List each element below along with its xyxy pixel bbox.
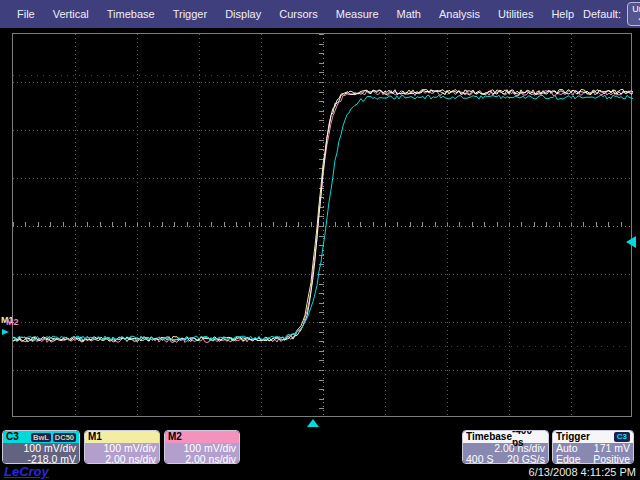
oscilloscope-screen: FileVerticalTimebaseTriggerDisplayCursor…	[0, 0, 640, 480]
bandwidth-limit-badge: BwL	[31, 433, 51, 442]
timebase-body: 2.00 ns/div 400 S 20 GS/s	[463, 443, 548, 464]
channel-M2-descriptor[interactable]: M2 100 mV/div 2.00 ns/div	[164, 430, 240, 464]
trigger-body: Auto 171 mV Edge Positive	[553, 443, 633, 464]
timebase-rate: 20 GS/s	[507, 454, 545, 464]
trigger-level-marker-icon[interactable]	[626, 236, 636, 248]
menu-item-file[interactable]: File	[8, 8, 44, 20]
menu-item-trigger[interactable]: Trigger	[164, 8, 216, 20]
channel-M2-timebase: 2.00 ns/div	[168, 454, 236, 464]
trigger-slope: Positive	[593, 454, 630, 464]
menubar-right: Default: Undo ↶	[583, 2, 640, 26]
trigger-descriptor[interactable]: Trigger C3 Auto 171 mV Edge Positive	[552, 430, 634, 464]
channel-M1-body: 100 mV/div 2.00 ns/div	[85, 443, 159, 464]
m2-level-label: M2	[6, 317, 19, 327]
coupling-badge: DC50	[53, 433, 76, 442]
trigger-type: Edge	[556, 454, 581, 464]
channel-M2-label: M2	[168, 431, 182, 443]
datetime-display: 6/13/2008 4:11:25 PM	[529, 466, 636, 478]
menu-item-analysis[interactable]: Analysis	[430, 8, 489, 20]
timebase-samples: 400 S	[466, 454, 493, 464]
graticule	[12, 33, 632, 417]
menu-item-display[interactable]: Display	[216, 8, 270, 20]
M2-trace	[13, 90, 633, 342]
channel-M1-timebase: 2.00 ns/div	[88, 454, 156, 464]
trigger-time-marker-icon[interactable]	[307, 419, 319, 427]
menu-item-help[interactable]: Help	[542, 8, 583, 20]
channel-M2-body: 100 mV/div 2.00 ns/div	[165, 443, 239, 464]
channel-C3-offset: -218.0 mV	[6, 454, 76, 464]
menu-item-math[interactable]: Math	[388, 8, 430, 20]
channel-C3-body: 100 mV/div -218.0 mV	[3, 443, 79, 464]
channel-C3-descriptor[interactable]: C3 BwL DC50 100 mV/div -218.0 mV	[2, 430, 80, 464]
channel-M1-label: M1	[88, 431, 102, 443]
menu-item-timebase[interactable]: Timebase	[98, 8, 164, 20]
c3-level-arrow-icon[interactable]	[2, 329, 9, 335]
menu-item-measure[interactable]: Measure	[327, 8, 388, 20]
waveform-traces	[13, 34, 633, 418]
menu-item-cursors[interactable]: Cursors	[270, 8, 327, 20]
M1-trace	[13, 89, 633, 341]
timebase-descriptor[interactable]: Timebase -400 ps 2.00 ns/div 400 S 20 GS…	[462, 430, 549, 464]
white-overlap-trace	[13, 90, 633, 342]
default-setup-label: Default:	[583, 8, 621, 20]
undo-button[interactable]: Undo ↶	[627, 2, 640, 26]
channel-C3-label: C3	[6, 431, 19, 443]
menu-item-vertical[interactable]: Vertical	[44, 8, 98, 20]
menu-bar: FileVerticalTimebaseTriggerDisplayCursor…	[0, 0, 640, 28]
lecroy-logo: LeCroy	[4, 464, 49, 479]
channel-M1-descriptor[interactable]: M1 100 mV/div 2.00 ns/div	[84, 430, 160, 464]
C3-trace	[13, 95, 633, 340]
menu-item-utilities[interactable]: Utilities	[489, 8, 542, 20]
trigger-source-badge: C3	[614, 432, 630, 442]
